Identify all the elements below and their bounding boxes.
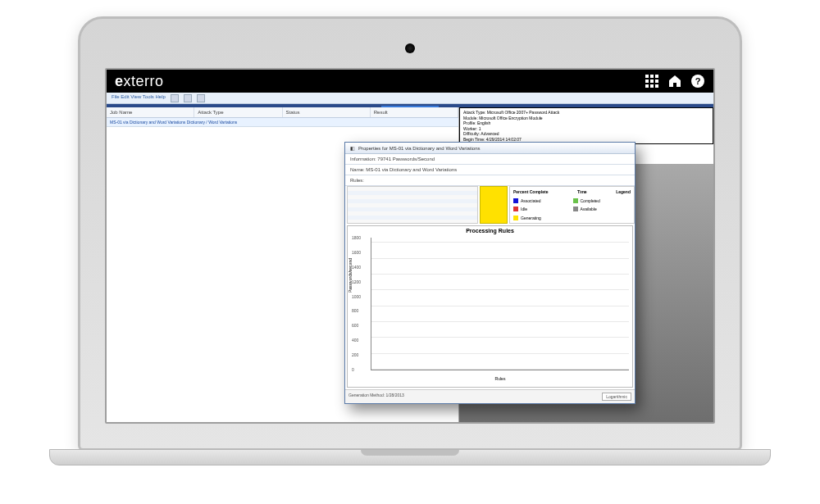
name-value: MS-01 via Dictionary and Word Variations	[366, 167, 457, 172]
y-tick: 1800	[352, 235, 361, 240]
legend-time-header: Time	[577, 189, 587, 194]
svg-rect-4	[650, 79, 654, 83]
svg-rect-3	[645, 79, 649, 83]
toolbar-icon[interactable]	[197, 94, 205, 102]
dialog-info-line: Information: 79741 Passwords/Second	[345, 154, 635, 165]
y-tick: 1600	[352, 250, 361, 255]
rules-table-area: Percent Complete Time Legend Associated …	[345, 186, 635, 225]
svg-rect-0	[645, 75, 649, 78]
toolbar-icon[interactable]	[171, 94, 179, 102]
y-tick: 400	[352, 338, 358, 343]
col-header[interactable]: Result	[371, 107, 458, 117]
svg-text:?: ?	[695, 76, 701, 86]
y-tick: 0	[352, 367, 354, 372]
col-header[interactable]: Job Name	[107, 107, 194, 117]
rules-time-column	[480, 186, 508, 224]
col-header[interactable]: Status	[283, 107, 371, 117]
legend-header: Legend	[616, 189, 631, 194]
properties-dialog: ◧ Properties for MS-01 via Dictionary an…	[344, 142, 636, 404]
application-screen: exterro ? File Edit View Tools Help	[105, 68, 715, 424]
legend-associated: Associated	[521, 198, 540, 203]
y-tick: 1000	[352, 294, 361, 299]
job-info-block: Attack Type: Microsoft Office 2007+ Pass…	[459, 107, 713, 144]
camera-icon	[405, 43, 415, 53]
y-axis-label: Passwords/second	[348, 258, 353, 293]
help-icon[interactable]: ?	[690, 74, 705, 89]
dialog-footer: Generation Method: 1/28/2013 Logarithmic	[345, 389, 635, 403]
toolbar-icon[interactable]	[184, 94, 192, 102]
titlebar-icon-group: ?	[645, 74, 705, 89]
rules-label: Rules:	[345, 175, 635, 186]
menu-bar[interactable]: File Edit View Tools Help	[107, 93, 713, 104]
svg-rect-1	[650, 75, 654, 78]
chart-title: Processing Rules	[348, 226, 632, 235]
jobs-grid-header: Job Name Attack Type Status Result	[107, 107, 458, 118]
chart-legend: Percent Complete Time Legend Associated …	[509, 186, 635, 224]
menu-text[interactable]: File Edit View Tools Help	[112, 94, 166, 102]
y-tick: 1400	[352, 265, 361, 270]
dialog-title-text: Properties for MS-01 via Dictionary and …	[358, 146, 481, 151]
y-tick: 800	[352, 308, 358, 313]
legend-completed: Completed	[581, 198, 600, 203]
svg-rect-2	[655, 75, 658, 78]
y-tick: 1200	[352, 279, 361, 284]
legend-pc-header: Percent Complete	[513, 189, 549, 194]
col-header[interactable]: Attack Type	[194, 107, 282, 117]
y-tick: 200	[352, 352, 358, 357]
chart-bars	[371, 238, 629, 370]
y-tick: 600	[352, 323, 358, 328]
name-label: Name:	[350, 167, 365, 172]
table-row[interactable]: MS-01 via Dictionary and Word Variations…	[107, 118, 458, 127]
brand-logo: exterro	[115, 73, 164, 90]
svg-rect-8	[655, 84, 658, 88]
dialog-titlebar[interactable]: ◧ Properties for MS-01 via Dictionary an…	[345, 143, 635, 154]
legend-available: Available	[581, 207, 597, 211]
laptop-base	[49, 449, 771, 465]
legend-idle: Idle	[521, 207, 527, 211]
titlebar: exterro ?	[107, 70, 713, 93]
brand-mark: e	[115, 73, 124, 89]
apps-grid-icon[interactable]	[645, 74, 659, 89]
home-icon[interactable]	[667, 74, 682, 89]
logarithmic-toggle[interactable]: Logarithmic	[602, 393, 631, 401]
legend-generating: Generating	[521, 216, 541, 220]
brand-word: xterro	[124, 73, 164, 89]
processing-rules-chart: Processing Rules 02004006008001000120014…	[347, 225, 633, 388]
chart-axes: 020040060080010001200140016001800 Passwo…	[371, 238, 629, 370]
x-axis-label: Rules	[495, 376, 506, 381]
svg-rect-5	[655, 79, 658, 83]
dialog-name-row: Name: MS-01 via Dictionary and Word Vari…	[345, 165, 635, 175]
laptop-frame: exterro ? File Edit View Tools Help	[78, 16, 742, 451]
gear-icon: ◧	[350, 145, 355, 151]
svg-rect-6	[645, 84, 649, 88]
rules-data-table[interactable]	[347, 186, 478, 224]
svg-rect-7	[650, 84, 654, 88]
footer-status: Generation Method: 1/28/2013	[348, 393, 404, 401]
